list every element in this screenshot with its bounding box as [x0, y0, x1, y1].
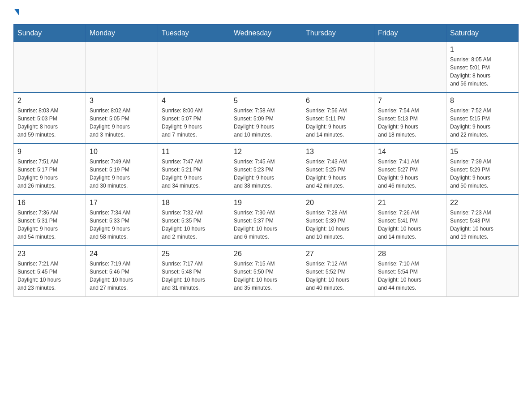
day-number: 9	[17, 148, 82, 156]
calendar-cell: 21Sunrise: 7:26 AMSunset: 5:41 PMDayligh…	[374, 195, 446, 246]
day-info: Sunrise: 7:41 AMSunset: 5:27 PMDaylight:…	[378, 158, 442, 190]
calendar-cell: 24Sunrise: 7:19 AMSunset: 5:46 PMDayligh…	[86, 246, 158, 297]
day-info: Sunrise: 7:52 AMSunset: 5:15 PMDaylight:…	[450, 107, 515, 139]
weekday-header-thursday: Thursday	[302, 25, 374, 42]
calendar-cell: 7Sunrise: 7:54 AMSunset: 5:13 PMDaylight…	[374, 93, 446, 144]
day-number: 21	[378, 199, 442, 207]
calendar-cell: 13Sunrise: 7:43 AMSunset: 5:25 PMDayligh…	[302, 144, 374, 195]
day-number: 20	[306, 199, 370, 207]
calendar-cell: 8Sunrise: 7:52 AMSunset: 5:15 PMDaylight…	[446, 93, 519, 144]
day-info: Sunrise: 7:39 AMSunset: 5:29 PMDaylight:…	[450, 158, 515, 190]
weekday-header-tuesday: Tuesday	[158, 25, 230, 42]
day-info: Sunrise: 7:36 AMSunset: 5:31 PMDaylight:…	[17, 209, 82, 241]
day-info: Sunrise: 7:43 AMSunset: 5:25 PMDaylight:…	[306, 158, 370, 190]
day-number: 23	[17, 250, 82, 258]
calendar-cell: 11Sunrise: 7:47 AMSunset: 5:21 PMDayligh…	[158, 144, 230, 195]
day-info: Sunrise: 7:15 AMSunset: 5:50 PMDaylight:…	[234, 260, 298, 292]
calendar-cell: 25Sunrise: 7:17 AMSunset: 5:48 PMDayligh…	[158, 246, 230, 297]
calendar-cell: 27Sunrise: 7:12 AMSunset: 5:52 PMDayligh…	[302, 246, 374, 297]
day-info: Sunrise: 7:26 AMSunset: 5:41 PMDaylight:…	[378, 209, 442, 241]
weekday-header-sunday: Sunday	[14, 25, 86, 42]
day-number: 11	[162, 148, 226, 156]
calendar-week-row: 2Sunrise: 8:03 AMSunset: 5:03 PMDaylight…	[14, 93, 519, 144]
day-number: 19	[234, 199, 298, 207]
logo-triangle-icon	[14, 9, 19, 15]
day-info: Sunrise: 7:51 AMSunset: 5:17 PMDaylight:…	[17, 158, 82, 190]
calendar-cell: 10Sunrise: 7:49 AMSunset: 5:19 PMDayligh…	[86, 144, 158, 195]
day-info: Sunrise: 7:23 AMSunset: 5:43 PMDaylight:…	[450, 209, 515, 241]
calendar-week-row: 16Sunrise: 7:36 AMSunset: 5:31 PMDayligh…	[14, 195, 519, 246]
calendar-cell: 28Sunrise: 7:10 AMSunset: 5:54 PMDayligh…	[374, 246, 446, 297]
day-info: Sunrise: 7:21 AMSunset: 5:45 PMDaylight:…	[17, 260, 82, 292]
day-number: 10	[90, 148, 154, 156]
calendar-cell: 1Sunrise: 8:05 AMSunset: 5:01 PMDaylight…	[446, 42, 519, 93]
calendar-cell	[86, 42, 158, 93]
calendar-cell	[230, 42, 302, 93]
calendar-cell: 2Sunrise: 8:03 AMSunset: 5:03 PMDaylight…	[14, 93, 86, 144]
day-info: Sunrise: 7:49 AMSunset: 5:19 PMDaylight:…	[90, 158, 154, 190]
day-info: Sunrise: 8:05 AMSunset: 5:01 PMDaylight:…	[450, 56, 515, 88]
calendar-week-row: 23Sunrise: 7:21 AMSunset: 5:45 PMDayligh…	[14, 246, 519, 297]
weekday-header-row: SundayMondayTuesdayWednesdayThursdayFrid…	[14, 25, 519, 42]
weekday-header-wednesday: Wednesday	[230, 25, 302, 42]
day-number: 22	[450, 199, 515, 207]
calendar-cell: 23Sunrise: 7:21 AMSunset: 5:45 PMDayligh…	[14, 246, 86, 297]
day-number: 24	[90, 250, 154, 258]
calendar-cell: 6Sunrise: 7:56 AMSunset: 5:11 PMDaylight…	[302, 93, 374, 144]
day-number: 6	[306, 97, 370, 105]
day-number: 2	[17, 97, 82, 105]
calendar-cell: 14Sunrise: 7:41 AMSunset: 5:27 PMDayligh…	[374, 144, 446, 195]
calendar-cell: 4Sunrise: 8:00 AMSunset: 5:07 PMDaylight…	[158, 93, 230, 144]
day-number: 28	[378, 250, 442, 258]
day-number: 3	[90, 97, 154, 105]
calendar-cell	[374, 42, 446, 93]
day-number: 18	[162, 199, 226, 207]
calendar-cell: 15Sunrise: 7:39 AMSunset: 5:29 PMDayligh…	[446, 144, 519, 195]
day-info: Sunrise: 7:19 AMSunset: 5:46 PMDaylight:…	[90, 260, 154, 292]
day-number: 13	[306, 148, 370, 156]
calendar-cell: 12Sunrise: 7:45 AMSunset: 5:23 PMDayligh…	[230, 144, 302, 195]
day-info: Sunrise: 7:54 AMSunset: 5:13 PMDaylight:…	[378, 107, 442, 139]
calendar-cell: 22Sunrise: 7:23 AMSunset: 5:43 PMDayligh…	[446, 195, 519, 246]
weekday-header-friday: Friday	[374, 25, 446, 42]
logo	[13, 9, 19, 15]
day-number: 14	[378, 148, 442, 156]
day-number: 15	[450, 148, 515, 156]
day-number: 8	[450, 97, 515, 105]
calendar-cell	[158, 42, 230, 93]
day-info: Sunrise: 8:02 AMSunset: 5:05 PMDaylight:…	[90, 107, 154, 139]
weekday-header-monday: Monday	[86, 25, 158, 42]
day-info: Sunrise: 7:47 AMSunset: 5:21 PMDaylight:…	[162, 158, 226, 190]
day-number: 4	[162, 97, 226, 105]
day-info: Sunrise: 7:17 AMSunset: 5:48 PMDaylight:…	[162, 260, 226, 292]
calendar-cell: 26Sunrise: 7:15 AMSunset: 5:50 PMDayligh…	[230, 246, 302, 297]
calendar-cell	[14, 42, 86, 93]
calendar-table: SundayMondayTuesdayWednesdayThursdayFrid…	[13, 24, 519, 297]
day-number: 12	[234, 148, 298, 156]
day-number: 7	[378, 97, 442, 105]
calendar-cell: 9Sunrise: 7:51 AMSunset: 5:17 PMDaylight…	[14, 144, 86, 195]
calendar-week-row: 1Sunrise: 8:05 AMSunset: 5:01 PMDaylight…	[14, 42, 519, 93]
day-number: 1	[450, 46, 515, 54]
calendar-cell	[302, 42, 374, 93]
day-number: 17	[90, 199, 154, 207]
weekday-header-saturday: Saturday	[446, 25, 519, 42]
day-info: Sunrise: 7:34 AMSunset: 5:33 PMDaylight:…	[90, 209, 154, 241]
calendar-cell: 5Sunrise: 7:58 AMSunset: 5:09 PMDaylight…	[230, 93, 302, 144]
page-header	[13, 9, 519, 15]
day-info: Sunrise: 7:32 AMSunset: 5:35 PMDaylight:…	[162, 209, 226, 241]
calendar-cell: 19Sunrise: 7:30 AMSunset: 5:37 PMDayligh…	[230, 195, 302, 246]
day-number: 26	[234, 250, 298, 258]
calendar-cell: 3Sunrise: 8:02 AMSunset: 5:05 PMDaylight…	[86, 93, 158, 144]
calendar-cell	[446, 246, 519, 297]
day-number: 5	[234, 97, 298, 105]
day-info: Sunrise: 7:56 AMSunset: 5:11 PMDaylight:…	[306, 107, 370, 139]
calendar-cell: 18Sunrise: 7:32 AMSunset: 5:35 PMDayligh…	[158, 195, 230, 246]
day-number: 16	[17, 199, 82, 207]
day-info: Sunrise: 8:03 AMSunset: 5:03 PMDaylight:…	[17, 107, 82, 139]
day-info: Sunrise: 8:00 AMSunset: 5:07 PMDaylight:…	[162, 107, 226, 139]
day-info: Sunrise: 7:10 AMSunset: 5:54 PMDaylight:…	[378, 260, 442, 292]
day-info: Sunrise: 7:28 AMSunset: 5:39 PMDaylight:…	[306, 209, 370, 241]
day-info: Sunrise: 7:30 AMSunset: 5:37 PMDaylight:…	[234, 209, 298, 241]
day-info: Sunrise: 7:12 AMSunset: 5:52 PMDaylight:…	[306, 260, 370, 292]
